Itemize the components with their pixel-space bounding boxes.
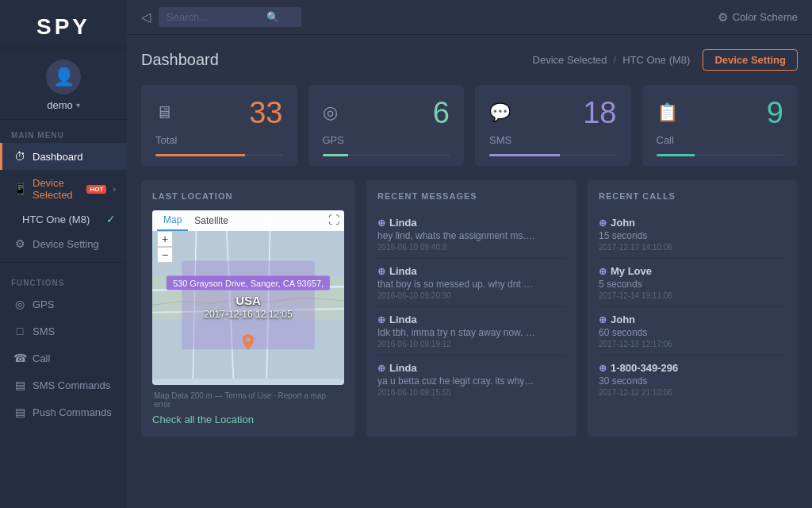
search-input[interactable] (167, 11, 262, 23)
map-zoom: + − (157, 231, 173, 263)
sidebar-logo: SPY (0, 0, 127, 48)
sidebar-item-push-commands[interactable]: ▤ Push Commands (0, 398, 127, 425)
message-item-0[interactable]: ⊕ Linda hey lind, whats the assignment m… (377, 210, 565, 259)
sidebar-item-sms-commands[interactable]: ▤ SMS Commands (0, 371, 127, 398)
call-time-1: 2017-12-14 19:11:06 (599, 291, 787, 300)
msg-sender-3: ⊕ Linda (377, 362, 565, 374)
topbar: ◁ 🔍 ⚙ Color Scheme (127, 0, 812, 35)
page-header: Dashboard Device Selected / HTC One (M8)… (141, 49, 798, 71)
msg-sender-2: ⊕ Linda (377, 314, 565, 325)
stat-value-sms: 18 (583, 98, 616, 128)
stat-label-gps: GPS (323, 134, 450, 146)
call-item-0[interactable]: ⊕ John 15 seconds 2017-12-17 14:10:06 (599, 210, 787, 259)
msg-time-3: 2016-06-10 09:15:55 (377, 388, 565, 397)
sidebar-item-sms[interactable]: □ SMS (0, 318, 127, 344)
call-item-1[interactable]: ⊕ My Love 5 seconds 2017-12-14 19:11:06 (599, 259, 787, 307)
fullscreen-icon[interactable]: ⛶ (328, 214, 339, 226)
message-item-1[interactable]: ⊕ Linda that boy is so messed up. why dn… (377, 259, 565, 307)
breadcrumb-model: HTC One (M8) (622, 54, 690, 66)
avatar-name[interactable]: demo ▾ (47, 99, 80, 111)
device-setting-button[interactable]: Device Setting (703, 49, 798, 71)
stat-bar-sms (489, 154, 617, 156)
map-pin (242, 334, 255, 355)
message-item-3[interactable]: ⊕ Linda ya u betta cuz he legit cray. it… (377, 356, 565, 403)
stat-bar-gps (323, 154, 450, 156)
zoom-in-btn[interactable]: + (157, 231, 173, 247)
map-container: Map Satellite ⛶ + − 530 Grayson Drive, S… (152, 210, 344, 385)
call-duration-1: 5 seconds (599, 279, 787, 290)
msg-sender-1: ⊕ Linda (377, 265, 565, 277)
map-toolbar: Map Satellite ⛶ (152, 210, 344, 231)
hot-badge: HOT (86, 185, 106, 194)
call-icon: ☎ (13, 352, 26, 364)
sidebar-item-gps[interactable]: ◎ GPS (0, 291, 127, 318)
call-duration-3: 30 seconds (599, 375, 787, 387)
map-tab-satellite[interactable]: Satellite (188, 210, 235, 231)
map-svg (152, 210, 344, 385)
call-item-3[interactable]: ⊕ 1-800-349-296 30 seconds 2017-12-12 21… (599, 356, 787, 403)
stats-row: 🖥 33 Total ◎ 6 GPS 💬 (141, 85, 798, 166)
message-item-2[interactable]: ⊕ Linda Idk tbh, imma try n stay away no… (377, 307, 565, 356)
messages-panel-title: RECENT MESSAGES (377, 191, 565, 201)
push-commands-icon: ▤ (13, 406, 26, 418)
msg-preview-0: hey lind, whats the assignment ms. grang… (377, 230, 536, 241)
stat-card-sms: 💬 18 SMS (475, 85, 631, 166)
total-icon: 🖥 (155, 102, 173, 123)
device-icon: 📱 (13, 183, 26, 195)
sidebar-item-dashboard[interactable]: ⏱ Dashboard (0, 143, 127, 170)
sidebar-item-label: Device Setting (33, 238, 99, 250)
user-icon: 👤 (53, 67, 75, 87)
msg-preview-2: Idk tbh, imma try n stay away now. Ive h… (377, 327, 536, 338)
sidebar-item-device-selected[interactable]: 📱 Device Selected HOT › (0, 170, 127, 208)
functions-label: FUNCTIONS (0, 267, 127, 291)
stat-value-gps: 6 (433, 98, 450, 128)
gps-icon: ◎ (13, 298, 26, 310)
back-button[interactable]: ◁ (141, 10, 151, 25)
call-name-0: ⊕ John (599, 217, 787, 229)
sidebar: SPY 👤 demo ▾ MAIN MENU ⏱ Dashboard 📱 Dev… (0, 0, 127, 508)
panels-row: LAST LOCATION (141, 180, 798, 437)
sidebar-divider (0, 262, 127, 263)
stat-card-call: 📋 9 Call (642, 85, 799, 166)
check-location-link[interactable]: Check all the Location (152, 414, 344, 425)
call-item-2[interactable]: ⊕ John 60 seconds 2017-12-13 12:17:06 (599, 307, 787, 356)
main-menu-label: MAIN MENU (0, 120, 127, 143)
recent-calls-panel: RECENT CALLS ⊕ John 15 seconds 2017-12-1… (588, 180, 798, 437)
user-profile: 👤 demo ▾ (0, 48, 127, 120)
call-time-0: 2017-12-17 14:10:06 (599, 243, 787, 252)
stat-bar-total (155, 154, 283, 156)
last-location-panel: LAST LOCATION (141, 180, 355, 437)
map-tab-map[interactable]: Map (157, 210, 188, 231)
sidebar-item-label: Call (33, 352, 50, 364)
gps-stat-icon: ◎ (323, 102, 338, 123)
sidebar-item-call[interactable]: ☎ Call (0, 344, 127, 371)
call-name-1: ⊕ My Love (599, 265, 787, 277)
search-icon: 🔍 (266, 11, 279, 23)
sidebar-item-label: Dashboard (33, 151, 83, 163)
zoom-out-btn[interactable]: − (157, 247, 173, 263)
dashboard-icon: ⏱ (13, 150, 26, 163)
sidebar-item-label: SMS Commands (33, 379, 110, 391)
breadcrumb: Device Selected / HTC One (M8) (533, 54, 691, 66)
call-icon-1: ⊕ (599, 266, 607, 277)
sidebar-item-device-setting[interactable]: ⚙ Device Setting (0, 230, 127, 257)
call-time-2: 2017-12-13 12:17:06 (599, 340, 787, 348)
avatar: 👤 (46, 60, 81, 94)
msg-sender-0: ⊕ Linda (377, 217, 565, 229)
call-name-2: ⊕ John (599, 314, 787, 325)
device-name-row[interactable]: HTC One (M8) ✓ (0, 208, 127, 230)
color-scheme-btn[interactable]: ⚙ Color Scheme (718, 10, 798, 25)
stat-card-gps: ◎ 6 GPS (308, 85, 465, 166)
sms-stat-icon: 💬 (489, 102, 511, 123)
msg-icon-2: ⊕ (377, 314, 385, 325)
call-duration-0: 15 seconds (599, 230, 787, 241)
call-stat-icon: 📋 (657, 102, 678, 123)
sidebar-item-label: Push Commands (33, 406, 112, 418)
msg-time-0: 2016-06-10 09:40:8 (377, 243, 565, 252)
breadcrumb-device: Device Selected (533, 54, 607, 66)
last-location-title: LAST LOCATION (152, 191, 344, 201)
sidebar-item-label: Device Selected (33, 177, 79, 201)
page-title: Dashboard (141, 51, 533, 69)
settings-icon: ⚙ (13, 237, 26, 250)
msg-time-1: 2016-06-10 09:20:30 (377, 291, 565, 300)
